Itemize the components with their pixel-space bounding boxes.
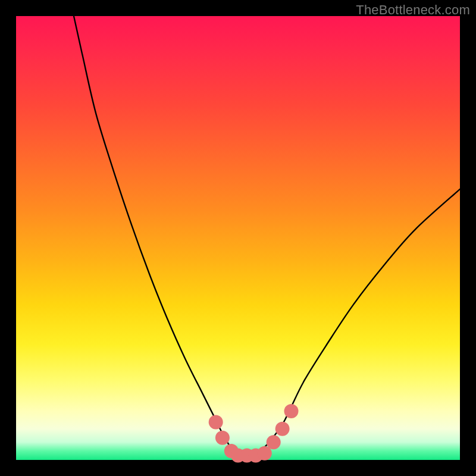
highlight-dot: [267, 435, 281, 449]
highlight-dot: [209, 415, 223, 430]
bottleneck-curve-path: [74, 16, 460, 456]
highlight-dot: [275, 422, 290, 436]
watermark-text: TheBottleneck.com: [356, 2, 470, 18]
highlight-dots-group: [209, 404, 299, 463]
highlight-dot: [284, 404, 299, 418]
highlight-dot: [215, 431, 230, 445]
highlight-dot: [258, 446, 272, 461]
outer-frame: TheBottleneck.com: [0, 0, 476, 476]
curve-svg: [16, 16, 460, 460]
gradient-plot-area: [16, 16, 460, 460]
